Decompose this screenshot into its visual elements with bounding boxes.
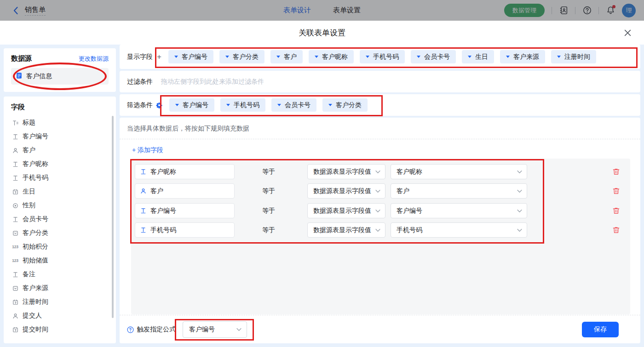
rule-target-field[interactable]: 客户编号 <box>135 203 235 218</box>
field-list-item[interactable]: 客户昵称 <box>11 157 113 171</box>
rule-value-select[interactable]: 手机号码 <box>391 222 527 238</box>
dropdown-triangle-icon <box>276 56 280 58</box>
calendar-icon <box>12 327 18 333</box>
field-label: 会员卡号 <box>23 215 48 223</box>
delete-rule-icon[interactable] <box>612 207 621 215</box>
text-icon <box>12 175 18 181</box>
notification-bell-icon[interactable] <box>606 6 615 15</box>
dropdown-triangle-icon <box>557 56 561 58</box>
field-list-item[interactable]: 提交时间 <box>11 323 113 336</box>
tab-form-design[interactable]: 表单设计 <box>283 6 311 15</box>
fill-rules-panel: 当选择具体数据后，将按如下规则填充数据 + 添加字段 客户昵称 等于 数据源表显… <box>120 118 640 343</box>
field-label: 性别 <box>23 201 35 210</box>
user-icon <box>12 148 18 154</box>
divider <box>120 139 640 139</box>
rule-source-select[interactable]: 数据源表显示字段值 <box>307 203 385 218</box>
delete-rule-icon[interactable] <box>612 226 621 234</box>
trigger-formula-label: 触发指定公式 <box>137 325 176 334</box>
rule-target-field[interactable]: 客户 <box>135 183 235 199</box>
rule-row: 手机号码 等于 数据源表显示字段值 手机号码 <box>131 222 630 238</box>
address-book-icon[interactable] <box>559 6 568 15</box>
bottom-bar: 触发指定公式 客户编号 保存 <box>120 315 640 343</box>
tag-label: 手机号码 <box>373 53 399 61</box>
rule-value-select[interactable]: 客户昵称 <box>391 164 527 179</box>
datasource-item-customer-info[interactable]: 客户信息 <box>11 68 109 85</box>
field-label: 客户 <box>23 146 35 154</box>
display-field-tag[interactable]: 客户分类 <box>219 50 264 63</box>
display-field-tag[interactable]: 会员卡号 <box>411 50 456 63</box>
fields-panel: 字段 标题 客户编号 客户 客 <box>4 97 116 343</box>
field-list-item[interactable]: 注册时间 <box>11 295 113 309</box>
chevron-down-icon <box>517 228 522 232</box>
change-datasource-link[interactable]: 更改数据源 <box>79 55 109 63</box>
field-list-item[interactable]: 标题 <box>11 116 113 130</box>
filter-drop-zone[interactable]: 拖动左侧字段到此处来添加过滤条件 <box>161 78 264 86</box>
rule-value-select[interactable]: 客户编号 <box>391 203 527 218</box>
field-list-item[interactable]: 客户分类 <box>11 226 113 240</box>
rule-field-label: 手机号码 <box>150 226 176 234</box>
field-list-item[interactable]: 客户编号 <box>11 130 113 143</box>
chevron-down-icon <box>375 209 380 212</box>
display-field-tag[interactable]: 注册时间 <box>551 50 596 63</box>
number-icon: 123 <box>12 245 18 249</box>
field-list-item[interactable]: 123 初始积分 <box>11 240 113 254</box>
field-list-item[interactable]: 手机号码 <box>11 171 113 185</box>
rule-source-select[interactable]: 数据源表显示字段值 <box>307 183 385 199</box>
screening-field-tag[interactable]: 会员卡号 <box>271 98 316 112</box>
rule-target-field[interactable]: 手机号码 <box>135 222 235 238</box>
dropdown-triangle-icon <box>328 104 332 106</box>
trigger-formula-select[interactable]: 客户编号 <box>183 321 247 338</box>
field-list-item[interactable]: 性别 <box>11 199 113 212</box>
divider <box>552 7 552 14</box>
dropdown-triangle-icon <box>174 56 178 58</box>
rule-value-select[interactable]: 客户 <box>391 183 527 199</box>
select-icon <box>12 230 18 236</box>
topbar-tabs: 表单设计 表单设置 <box>283 6 361 15</box>
field-label: 备注 <box>23 270 35 279</box>
delete-rule-icon[interactable] <box>612 187 621 195</box>
text-icon <box>140 208 146 214</box>
back-icon[interactable] <box>11 6 20 15</box>
field-list-item[interactable]: 123 初始储值 <box>11 254 113 267</box>
tab-form-settings[interactable]: 表单设置 <box>333 6 361 15</box>
screening-field-tag[interactable]: 客户分类 <box>322 98 368 112</box>
add-display-field-button[interactable]: + <box>157 53 161 61</box>
display-field-tag[interactable]: 客户昵称 <box>309 50 354 63</box>
display-field-tag[interactable]: 手机号码 <box>360 50 405 63</box>
divider <box>575 7 575 14</box>
data-manage-button[interactable]: 数据管理 <box>504 4 545 17</box>
help-icon[interactable] <box>582 6 592 15</box>
field-list-item[interactable]: 生日 <box>11 185 113 199</box>
form-doc-icon <box>16 72 23 80</box>
gear-icon[interactable] <box>156 102 162 108</box>
close-icon[interactable] <box>623 28 632 37</box>
field-label: 手机号码 <box>23 174 48 182</box>
dropdown-triangle-icon <box>175 104 179 106</box>
field-list-item[interactable]: 提交人 <box>11 309 113 323</box>
avatar[interactable]: 理 <box>622 4 636 17</box>
screening-field-tag[interactable]: 客户编号 <box>169 98 214 112</box>
display-field-tag[interactable]: 客户 <box>270 50 303 63</box>
dropdown-triangle-icon <box>468 56 472 58</box>
save-button[interactable]: 保存 <box>582 322 619 337</box>
rule-source-value: 数据源表显示字段值 <box>313 207 371 215</box>
rules-container: 客户昵称 等于 数据源表显示字段值 客户昵称 <box>131 159 630 314</box>
display-field-tag[interactable]: 客户编号 <box>168 50 213 63</box>
rule-target-field[interactable]: 客户昵称 <box>135 164 235 179</box>
fields-scrollbar[interactable] <box>112 116 114 318</box>
tag-label: 客户来源 <box>513 53 539 61</box>
display-field-tag[interactable]: 生日 <box>462 50 494 63</box>
delete-rule-icon[interactable] <box>612 168 621 176</box>
add-field-link[interactable]: + 添加字段 <box>132 146 163 154</box>
field-list-item[interactable]: 客户 <box>11 143 113 157</box>
rule-source-select[interactable]: 数据源表显示字段值 <box>307 222 385 238</box>
rule-source-select[interactable]: 数据源表显示字段值 <box>307 164 385 179</box>
field-list-item[interactable]: 客户来源 <box>11 281 113 295</box>
help-circle-icon[interactable] <box>127 326 134 333</box>
select-icon <box>12 285 18 291</box>
screening-field-tag[interactable]: 手机号码 <box>220 98 265 112</box>
display-field-tag[interactable]: 客户来源 <box>500 50 545 63</box>
field-list-item[interactable]: 会员卡号 <box>11 212 113 226</box>
field-list-item[interactable]: 备注 <box>11 267 113 281</box>
field-label: 提交时间 <box>23 325 48 334</box>
